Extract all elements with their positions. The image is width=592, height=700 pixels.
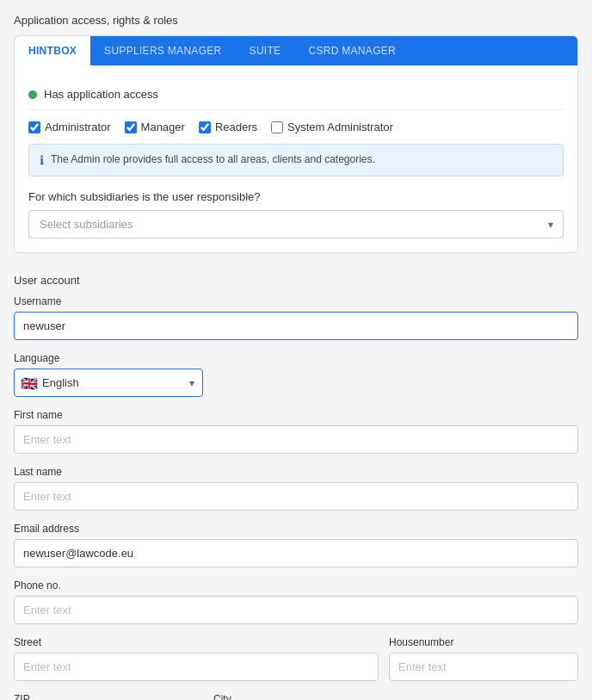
phone-label: Phone no. [14,579,578,592]
email-label: Email address [14,523,578,535]
language-select[interactable]: English French German Spanish [14,369,203,397]
user-account-section: User account Username Language 🇬🇧 Englis… [14,270,578,700]
email-field-group: Email address [14,523,578,567]
info-icon: ℹ [40,153,44,167]
checkbox-readers[interactable]: Readers [199,121,257,133]
zip-city-row: ZIP City [14,693,578,700]
info-box: ℹ The Admin role provides full access to… [28,144,564,177]
phone-input[interactable] [14,596,578,624]
subsidiaries-select-wrapper: Select subsidiaries ▾ [28,210,564,238]
username-input[interactable] [14,312,578,340]
language-field-group: Language 🇬🇧 English French German Spanis… [14,352,578,397]
user-account-title: User account [14,274,578,287]
subsidiaries-label: For which subsidiaries is the user respo… [28,190,564,203]
has-access-label: Has application access [44,88,158,101]
access-row: Has application access [28,79,564,110]
housenumber-input[interactable] [389,653,578,681]
tab-suppliers-manager[interactable]: SUPPLIERS MANAGER [90,36,235,65]
tabs-bar: HINTBOX SUPPLIERS MANAGER SUITE CSRD MAN… [15,36,577,65]
roles-row: Administrator Manager Readers System Adm… [28,121,564,133]
subsidiaries-select[interactable]: Select subsidiaries [28,210,564,238]
zip-field-group: ZIP [14,693,203,700]
tab-csrd-manager[interactable]: CSRD MANAGER [294,36,410,65]
street-input[interactable] [14,653,379,681]
tab-suite[interactable]: SUITE [236,36,295,65]
lastname-field-group: Last name [14,466,578,511]
username-label: Username [14,295,578,307]
tab-hintbox[interactable]: HINTBOX [15,36,90,65]
street-housenumber-row: Street Housenumber [14,636,578,681]
checkbox-administrator[interactable]: Administrator [28,121,111,133]
username-field-group: Username [14,295,578,340]
firstname-label: First name [14,409,578,421]
email-input[interactable] [14,539,578,567]
card-body: Has application access Administrator Man… [15,65,577,252]
phone-field-group: Phone no. [14,579,578,624]
language-label: Language [14,352,578,364]
street-field-group: Street [14,636,379,681]
firstname-input[interactable] [14,425,578,454]
checkbox-manager[interactable]: Manager [125,121,185,133]
city-label: City [213,693,578,700]
housenumber-label: Housenumber [389,636,578,648]
zip-label: ZIP [14,693,203,700]
lastname-label: Last name [14,466,578,478]
checkbox-system-administrator[interactable]: System Administrator [271,121,393,133]
section-title: Application access, rights & roles [14,14,578,27]
access-dot [28,90,37,99]
language-select-wrapper: 🇬🇧 English French German Spanish ▾ [14,369,203,397]
application-access-card: HINTBOX SUPPLIERS MANAGER SUITE CSRD MAN… [14,35,578,253]
info-text: The Admin role provides full access to a… [51,153,375,165]
city-field-group: City [213,693,578,700]
firstname-field-group: First name [14,409,578,454]
lastname-input[interactable] [14,482,578,511]
street-label: Street [14,636,379,648]
housenumber-field-group: Housenumber [389,636,578,681]
